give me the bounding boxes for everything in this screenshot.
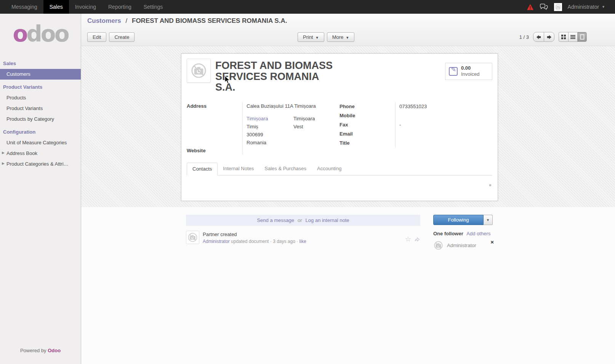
main-content: Customers / FOREST AND BIOMASS SERVICES … — [81, 14, 615, 364]
caret-down-icon: ▼ — [346, 36, 349, 40]
invoiced-stat-button[interactable]: ✎ 0.00 Invoiced — [445, 63, 492, 80]
mobile-label: Mobile — [340, 111, 395, 120]
sidebar-item-product-variants[interactable]: Product Variants — [0, 103, 81, 114]
sidebar-item-uom-categories[interactable]: Unit of Measure Categories — [0, 137, 81, 148]
like-link[interactable]: like — [299, 239, 306, 244]
top-menu: Messaging Sales Invoicing Reporting Sett… — [0, 0, 169, 14]
fax-label: Fax — [340, 120, 395, 129]
print-button[interactable]: Print▼ — [298, 32, 324, 42]
list-view-button[interactable] — [568, 32, 577, 42]
view-switcher — [559, 32, 587, 42]
expand-caret-icon: ▶ — [2, 161, 5, 165]
breadcrumb-customers[interactable]: Customers — [87, 17, 121, 24]
breadcrumb-separator: / — [126, 17, 128, 24]
caret-down-icon: ▼ — [602, 5, 605, 9]
broken-image-icon — [187, 232, 198, 243]
powered-by: Powered by Odoo — [0, 348, 81, 353]
following-dropdown-button[interactable]: ▼ — [484, 215, 493, 225]
user-name: Administrator — [568, 4, 599, 10]
partner-image-placeholder — [187, 59, 211, 83]
zip-value: 300699 — [247, 132, 293, 137]
messages-icon[interactable] — [540, 3, 548, 10]
sidebar-item-label: Product Categories & Attri… — [6, 161, 69, 167]
send-message-link[interactable]: Send a message — [257, 217, 294, 223]
message-action: updated document — [231, 239, 269, 244]
arrow-left-icon — [536, 34, 541, 40]
sidebar-section-sales: Sales — [0, 56, 81, 69]
city-value: Timișoara — [293, 116, 340, 121]
breadcrumb: Customers / FOREST AND BIOMASS SERVICES … — [87, 17, 609, 25]
odoo-link[interactable]: Odoo — [48, 348, 61, 353]
edit-button[interactable]: Edit — [87, 32, 106, 42]
warning-icon[interactable] — [527, 4, 534, 10]
page-title: FOREST AND BIOMASS SERVICES ROMANIA S.A. — [132, 17, 287, 24]
menu-invoicing[interactable]: Invoicing — [69, 0, 102, 14]
broken-image-icon — [433, 240, 444, 251]
fax-value: - — [395, 120, 492, 129]
sidebar-item-address-book[interactable]: ▶Address Book — [0, 148, 81, 159]
empty-cell — [293, 132, 340, 137]
tab-accounting[interactable]: Accounting — [312, 163, 347, 176]
resize-grip[interactable] — [489, 184, 491, 186]
empty-cell — [293, 140, 340, 145]
avatar — [554, 3, 562, 11]
expand-caret-icon: ▶ — [2, 151, 5, 155]
message-author-link[interactable]: Administrator — [203, 239, 230, 244]
content-header: Customers / FOREST AND BIOMASS SERVICES … — [81, 14, 615, 46]
remove-follower-icon[interactable]: × — [490, 239, 494, 245]
title-value — [395, 139, 492, 148]
or-text: or — [298, 217, 302, 223]
chatter: Send a message or Log an internal note P… — [186, 215, 575, 251]
kanban-view-button[interactable] — [559, 32, 568, 42]
print-label: Print — [303, 34, 313, 40]
email-label: Email — [340, 129, 395, 139]
notebook: Contacts Internal Notes Sales & Purchase… — [187, 163, 492, 191]
sidebar-item-product-categories[interactable]: ▶Product Categories & Attri… — [0, 159, 81, 169]
pager-next-button[interactable] — [544, 32, 554, 42]
form-icon — [580, 34, 585, 40]
pager-previous-button[interactable] — [533, 32, 544, 42]
toolbar: Edit Create Print▼ More▼ 1 / 3 — [87, 32, 609, 42]
topbar: Messaging Sales Invoicing Reporting Sett… — [0, 0, 615, 14]
meta-separator: · — [296, 239, 298, 244]
log-internal-note-link[interactable]: Log an internal note — [306, 217, 349, 223]
city-link[interactable]: Timișoara — [247, 116, 293, 121]
arrow-right-icon — [546, 34, 552, 40]
menu-sales[interactable]: Sales — [43, 0, 69, 14]
sidebar-item-products[interactable]: Products — [0, 93, 81, 103]
topbar-right: Administrator ▼ — [527, 0, 615, 14]
tab-contacts[interactable]: Contacts — [187, 163, 218, 176]
sidebar-item-products-by-category[interactable]: Products by Category — [0, 114, 81, 125]
kanban-icon — [561, 35, 566, 39]
title-label: Title — [340, 139, 395, 148]
odoo-logo: odoo — [0, 20, 81, 48]
list-icon — [570, 35, 575, 39]
add-others-link[interactable]: Add others — [466, 231, 490, 236]
tab-sales-purchases[interactable]: Sales & Purchases — [259, 163, 312, 176]
street-value: Calea Buziașului 11A Timișoara — [247, 103, 340, 109]
message-timestamp: 3 days ago — [273, 239, 295, 244]
website-label: Website — [187, 147, 242, 155]
menu-messaging[interactable]: Messaging — [5, 0, 43, 14]
sidebar-item-customers[interactable]: Customers — [0, 69, 81, 80]
user-menu[interactable]: Administrator ▼ — [568, 4, 605, 10]
star-icon[interactable]: ☆ — [405, 236, 411, 243]
powered-by-text: Powered by — [20, 348, 46, 353]
message-avatar — [186, 231, 199, 244]
more-label: More — [332, 34, 344, 40]
forward-icon[interactable] — [414, 236, 420, 242]
message-item: Partner created Administrator updated do… — [186, 231, 420, 244]
menu-settings[interactable]: Settings — [138, 0, 169, 14]
following-button[interactable]: Following — [433, 215, 484, 225]
sidebar-item-label: Address Book — [6, 150, 37, 156]
tab-internal-notes[interactable]: Internal Notes — [218, 163, 259, 176]
invoiced-value: 0.00 — [461, 65, 479, 71]
menu-reporting[interactable]: Reporting — [102, 0, 138, 14]
tab-content — [187, 176, 492, 191]
more-button[interactable]: More▼ — [327, 32, 355, 42]
form-view-button[interactable] — [577, 32, 586, 42]
sidebar: odoo Sales Customers Product Variants Pr… — [0, 14, 81, 364]
email-value — [395, 129, 492, 139]
invoiced-label: Invoiced — [461, 71, 479, 77]
create-button[interactable]: Create — [109, 32, 135, 42]
